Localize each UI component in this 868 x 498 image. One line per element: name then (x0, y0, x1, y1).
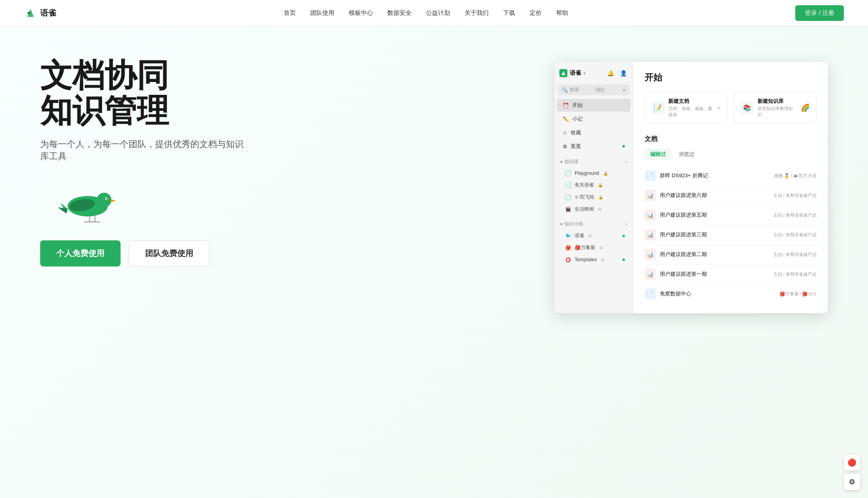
nav-help[interactable]: 帮助 (556, 9, 568, 17)
sidebar-header: 语雀 ▾ 🔔 👤 (555, 65, 633, 81)
sidebar-brand[interactable]: 语雀 ▾ (559, 69, 585, 77)
login-register-button[interactable]: 登录 / 注册 (795, 5, 844, 21)
doc-meta-3: 玉伯 / 来帮语雀做产品 (773, 232, 817, 238)
kb-yuque-label: 有关语雀 (575, 182, 594, 189)
sidebar-search[interactable]: 🔍 搜索 ⌘J + (558, 84, 630, 95)
nav-charity[interactable]: 公益计划 (426, 9, 450, 17)
doc-icon-3: 📊 (645, 229, 656, 240)
avatar-icon[interactable]: 👤 (618, 68, 628, 78)
nav-templates[interactable]: 模板中心 (349, 9, 373, 17)
notification-icon[interactable]: 🔔 (606, 68, 615, 78)
knowledge-section: ▾ 知识库 › 📄 Playground 🔒 📄 有关语雀 🔒 📄 (555, 156, 633, 215)
bird-illustration (40, 182, 121, 223)
doc-meta-1: 玉伯 / 来帮语雀做产品 (773, 193, 817, 199)
fixed-icons: 🔴 ⚙ (844, 455, 860, 490)
navbar: 语雀 首页 团队使用 模板中心 数据安全 公益计划 关于我们 下载 定价 帮助 … (0, 0, 868, 26)
doc-icon-1: 📊 (645, 190, 656, 201)
doc-item-3[interactable]: 📊 用户建议跟进第三期 玉伯 / 来帮语雀做产品 (645, 225, 817, 245)
doc-item-5[interactable]: 📊 用户建议跟进第一期 玉伯 / 来帮语雀做产品 (645, 264, 817, 284)
group-templates-icon: ⭕ (565, 256, 571, 263)
nav-pricing[interactable]: 定价 (530, 9, 542, 17)
nav-about[interactable]: 关于我们 (465, 9, 489, 17)
new-kb-title: 新建知识库 (757, 98, 797, 105)
nav-team[interactable]: 团队使用 (310, 9, 334, 17)
hero-right: 语雀 ▾ 🔔 👤 🔍 搜索 ⌘J + (555, 62, 828, 313)
knowledge-section-toggle: ▾ 知识库 (560, 158, 579, 165)
nav-download[interactable]: 下载 (503, 9, 515, 17)
kb-item-top[interactable]: 📄 ⊙ 陀飞轮 🔒 (557, 191, 631, 203)
kb-item-playground[interactable]: 📄 Playground 🔒 (557, 168, 631, 179)
fixed-icon-1[interactable]: 🔴 (844, 455, 860, 471)
doc-meta-5: 玉伯 / 来帮语雀做产品 (773, 271, 817, 277)
new-doc-expand-icon[interactable]: ▾ (718, 105, 721, 111)
tab-browsed[interactable]: 浏览过 (673, 148, 700, 160)
group-templates-dot (622, 258, 625, 261)
doc-title-2: 用户建议跟进第五期 (660, 211, 707, 219)
group-item-templates[interactable]: ⭕ Templates ⚙ (557, 254, 631, 265)
doc-item-0[interactable]: 📄 群晖 DS923+ 折腾记 潮雅 🏅 / 🏔 陀尺天涯 (645, 166, 817, 186)
playground-icon: 📄 (565, 170, 571, 176)
nav-item-start[interactable]: ⏰ 开始 (557, 99, 631, 112)
doc-icon-2: 📊 (645, 209, 656, 221)
doc-icon-4: 📊 (645, 249, 656, 260)
svg-marker-16 (561, 71, 565, 75)
kb-item-movie[interactable]: 🎬 生活映画 ⚙ (557, 203, 631, 215)
fixed-icon-2[interactable]: ⚙ (844, 474, 860, 490)
group-section-arrow: › (626, 221, 627, 227)
new-kb-avatar: 🌈 (801, 103, 810, 112)
doc-title-4: 用户建议跟进第二期 (660, 251, 707, 258)
doc-meta-4: 玉伯 / 来帮语雀做产品 (773, 252, 817, 258)
group-item-wanshiwu[interactable]: 🎒 🎒万事屋 ⚙ (557, 242, 631, 254)
new-icon[interactable]: + (622, 87, 626, 93)
navbar-logo[interactable]: 语雀 (24, 6, 56, 19)
new-kb-card[interactable]: 📚 新建知识库 使用知识库整理知识 🌈 (734, 92, 817, 124)
doc-title-5: 用户建议跟进第一期 (660, 271, 707, 278)
doc-item-4[interactable]: 📊 用户建议跟进第二期 玉伯 / 来帮语雀做产品 (645, 245, 817, 264)
group-item-yuque[interactable]: 🐦 语雀 ⚙ (557, 230, 631, 242)
knowledge-section-arrow: › (626, 159, 627, 165)
group-yuque-dot (622, 235, 625, 237)
doc-item-2[interactable]: 📊 用户建议跟进第五期 玉伯 / 来帮语雀做产品 (645, 205, 817, 225)
nav-explore-label: 逛逛 (571, 143, 581, 150)
logo-text: 语雀 (40, 8, 56, 18)
nav-item-favorites[interactable]: ☆ 收藏 (557, 126, 631, 139)
doc-title-1: 用户建议跟进第六期 (660, 192, 707, 199)
new-doc-sub: 文档、表格、画板、数据表 (668, 106, 714, 118)
doc-icon-6: 📄 (645, 288, 656, 299)
hero-left: 文档协同 知识管理 为每一个人，为每一个团队，提供优秀的文档与知识库工具 (40, 58, 249, 266)
group-templates-settings: ⚙ (601, 258, 604, 262)
group-section-header[interactable]: ▾ 知识小组 › (555, 219, 633, 230)
new-doc-card[interactable]: 📝 新建文档 文档、表格、画板、数据表 ▾ (645, 92, 727, 124)
docs-section-title: 文档 (645, 135, 817, 143)
movie-icon: 🎬 (565, 206, 571, 213)
svg-point-5 (106, 198, 108, 199)
svg-marker-6 (111, 199, 116, 202)
app-sidebar: 语雀 ▾ 🔔 👤 🔍 搜索 ⌘J + (555, 62, 633, 313)
group-yuque-icon: 🐦 (565, 233, 571, 239)
doc-item-1[interactable]: 📊 用户建议跟进第六期 玉伯 / 来帮语雀做产品 (645, 186, 817, 205)
new-kb-extra: 🌈 (801, 103, 810, 112)
tab-edited[interactable]: 编辑过 (645, 148, 671, 160)
main-title: 开始 (645, 72, 817, 84)
nav-item-explore[interactable]: ⚙ 逛逛 (557, 140, 631, 153)
new-doc-extra: ▾ (718, 105, 721, 111)
doc-item-6[interactable]: 📄 免窝数据中心 🎒万事屋 / 🎒大计 (645, 284, 817, 303)
nav-item-notes[interactable]: ✏️ 小记 (557, 113, 631, 125)
hero-bird (40, 182, 249, 224)
nav-home[interactable]: 首页 (284, 9, 296, 17)
kb-top-label: ⊙ 陀飞轮 (575, 194, 594, 201)
knowledge-section-header[interactable]: ▾ 知识库 › (555, 156, 633, 167)
nav-security[interactable]: 数据安全 (387, 9, 411, 17)
doc-meta-0: 潮雅 🏅 / 🏔 陀尺天涯 (774, 173, 817, 179)
sidebar-chevron-icon: ▾ (583, 71, 585, 76)
team-free-button[interactable]: 团队免费使用 (129, 240, 210, 266)
personal-free-button[interactable]: 个人免费使用 (40, 240, 121, 266)
hero-section: 文档协同 知识管理 为每一个人，为每一个团队，提供优秀的文档与知识库工具 (0, 26, 868, 498)
kb-item-yuque[interactable]: 📄 有关语雀 🔒 (557, 179, 631, 191)
explore-dot (622, 145, 625, 148)
app-window: 语雀 ▾ 🔔 👤 🔍 搜索 ⌘J + (555, 62, 828, 313)
new-doc-title: 新建文档 (668, 98, 714, 105)
doc-meta-2: 玉伯 / 来帮语雀做产品 (773, 212, 817, 218)
hero-subtitle: 为每一个人，为每一个团队，提供优秀的文档与知识库工具 (40, 138, 249, 162)
group-yuque-settings: ⚙ (588, 234, 592, 238)
